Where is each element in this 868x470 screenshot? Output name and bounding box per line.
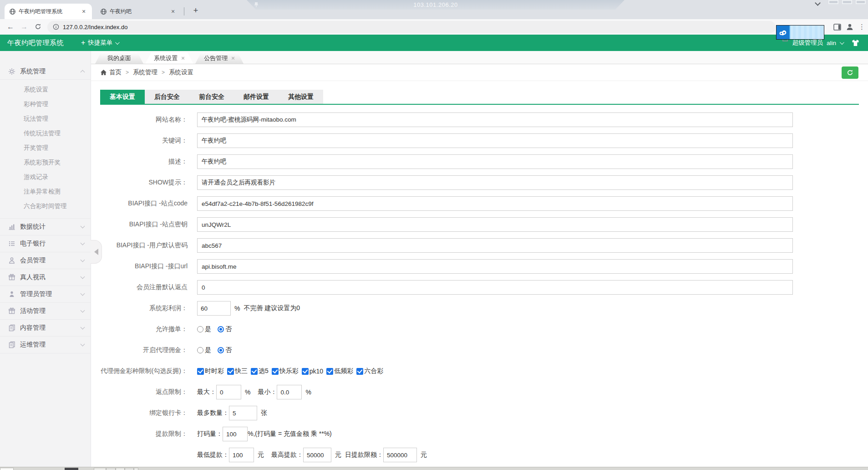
chevron-down-icon: [81, 308, 85, 312]
role-label: 超级管理员: [792, 39, 823, 47]
tab-frontend-security[interactable]: 前台安全: [189, 90, 234, 104]
sidebar-item-operations-management[interactable]: 运维管理: [0, 337, 91, 353]
turnover-input[interactable]: [223, 427, 248, 441]
breadcrumb-home[interactable]: 首页: [109, 68, 122, 77]
back-icon[interactable]: ←: [5, 21, 16, 33]
browser-menu-icon[interactable]: ⋮: [858, 23, 865, 31]
field-label: 网站名称：: [100, 116, 188, 124]
sidebar-collapse-handle[interactable]: [91, 240, 102, 264]
extension-popup-overlay[interactable]: [776, 25, 824, 40]
sidebar-item-play-method[interactable]: 玩法管理: [0, 112, 91, 126]
biapi-url-input[interactable]: [197, 259, 793, 274]
info-icon[interactable]: [53, 24, 59, 30]
keywords-input[interactable]: [197, 133, 793, 148]
chevron-down-icon: [81, 240, 85, 245]
allow-cancel-no-radio[interactable]: [218, 326, 224, 332]
agent-commission-yes-radio[interactable]: [197, 347, 203, 353]
address-bar[interactable]: 127.0.0.2/Index.index.do: [47, 21, 776, 33]
side-panel-icon[interactable]: [833, 24, 841, 31]
taskbar-button[interactable]: [106, 468, 116, 470]
refresh-button[interactable]: [842, 66, 858, 79]
settings-form: 网站名称： 关键词： 描述： SHOW提示： BIAPI接口 -站点code: [100, 112, 859, 462]
sidebar-item-member-management[interactable]: 会员管理: [0, 252, 91, 269]
tab-close-icon[interactable]: ×: [231, 55, 235, 61]
close-window-button[interactable]: [856, 0, 866, 4]
form-row: 关键词：: [100, 133, 859, 148]
browser-tab-active[interactable]: 午夜约吧管理系统 ×: [5, 4, 92, 19]
pin-icon: [254, 2, 259, 7]
tab-announcement[interactable]: 公告管理 ×: [195, 52, 244, 64]
tab-system-settings[interactable]: 系统设置 ×: [145, 52, 193, 64]
chevron-down-icon[interactable]: [815, 0, 821, 6]
sidebar-item-lottery-type[interactable]: 彩种管理: [0, 97, 91, 112]
tab-my-desktop[interactable]: 我的桌面: [95, 52, 143, 64]
sidebar-item-draw-management[interactable]: 开奖管理: [0, 141, 91, 155]
tab-close-icon[interactable]: ×: [181, 55, 185, 61]
theme-skin-icon[interactable]: [851, 39, 860, 47]
bank-card-max-input[interactable]: [229, 406, 257, 420]
withdraw-min-input[interactable]: [229, 448, 254, 462]
biapi-site-secret-input[interactable]: [197, 217, 793, 232]
checkbox-dpc[interactable]: [326, 368, 333, 375]
checkbox-ssc[interactable]: [197, 368, 204, 375]
description-input[interactable]: [197, 154, 793, 169]
taskbar-button[interactable]: [134, 468, 138, 470]
checkbox-lhc[interactable]: [356, 368, 363, 375]
breadcrumb-system-management[interactable]: 系统管理: [133, 68, 157, 77]
sidebar-item-mark-six-time[interactable]: 六合彩时间管理: [0, 199, 91, 214]
allow-cancel-yes-radio[interactable]: [197, 326, 203, 332]
tab-close-icon[interactable]: ×: [169, 8, 177, 15]
agent-commission-no-radio[interactable]: [218, 347, 224, 353]
url-text[interactable]: 127.0.0.2/Index.index.do: [63, 24, 127, 31]
sidebar-item-system-settings[interactable]: 系统设置: [0, 82, 91, 97]
rebate-max-input[interactable]: [216, 385, 241, 399]
taskbar[interactable]: [0, 467, 868, 470]
sidebar-item-content-management[interactable]: 内容管理: [0, 320, 91, 337]
sidebar-item-game-records[interactable]: 游戏记录: [0, 170, 91, 184]
form-row-lottery-limit: 代理佣金彩种限制(勾选反拥)： 时时彩 快三 选5 快乐彩 pk10 低频彩 六…: [100, 364, 859, 378]
tab-basic-settings[interactable]: 基本设置: [100, 90, 145, 104]
taskbar-button[interactable]: [0, 468, 14, 470]
checkbox-x5[interactable]: [251, 368, 258, 375]
minimize-window-button[interactable]: [828, 0, 838, 4]
show-tip-input[interactable]: [197, 175, 793, 190]
rebate-min-input[interactable]: [277, 385, 302, 399]
breadcrumb-system-settings[interactable]: 系统设置: [169, 68, 193, 77]
checkbox-k3[interactable]: [227, 368, 234, 375]
tab-backend-security[interactable]: 后台安全: [145, 90, 189, 104]
biapi-default-password-input[interactable]: [197, 238, 793, 253]
sidebar-item-admin-management[interactable]: 管理员管理: [0, 286, 91, 303]
restore-window-button[interactable]: [842, 0, 852, 4]
sidebar-item-pre-draw[interactable]: 系统彩预开奖: [0, 155, 91, 170]
biapi-site-code-input[interactable]: [197, 196, 793, 211]
taskbar-button[interactable]: [94, 468, 106, 470]
profit-input[interactable]: [197, 301, 231, 316]
forward-icon[interactable]: →: [18, 21, 30, 33]
taskbar-button[interactable]: [65, 468, 78, 470]
taskbar-button[interactable]: [116, 468, 125, 470]
tab-other-settings[interactable]: 其他设置: [279, 90, 323, 104]
sidebar-item-system-management[interactable]: 系统管理: [0, 63, 91, 80]
sidebar-item-e-banking[interactable]: 电子银行: [0, 235, 91, 252]
sidebar-item-live-video[interactable]: 真人视讯: [0, 269, 91, 286]
checkbox-pk10[interactable]: [302, 368, 309, 375]
browser-tab-inactive[interactable]: 午夜约吧 ×: [96, 4, 181, 19]
sidebar-item-activity-management[interactable]: 活动管理: [0, 303, 91, 320]
sidebar-item-bet-anomaly[interactable]: 注单异常检测: [0, 184, 91, 199]
register-rebate-input[interactable]: [197, 280, 793, 295]
withdraw-daily-input[interactable]: [383, 448, 417, 462]
quick-menu-button[interactable]: + 快捷菜单: [81, 39, 118, 47]
sidebar-item-traditional-play[interactable]: 传统玩法管理: [0, 126, 91, 141]
tab-mail-settings[interactable]: 邮件设置: [234, 90, 279, 104]
tab-close-icon[interactable]: ×: [80, 8, 87, 15]
site-name-input[interactable]: [197, 112, 793, 127]
username-dropdown[interactable]: alin: [827, 40, 836, 46]
reload-icon[interactable]: [32, 21, 44, 33]
withdraw-max-input[interactable]: [303, 448, 331, 462]
chevron-down-icon: [840, 40, 844, 45]
checkbox-klc[interactable]: [272, 368, 279, 375]
taskbar-button[interactable]: [125, 468, 134, 470]
profile-avatar-icon[interactable]: [846, 23, 854, 31]
new-tab-button[interactable]: +: [189, 5, 202, 17]
sidebar-item-data-statistics[interactable]: 数据统计: [0, 219, 91, 235]
